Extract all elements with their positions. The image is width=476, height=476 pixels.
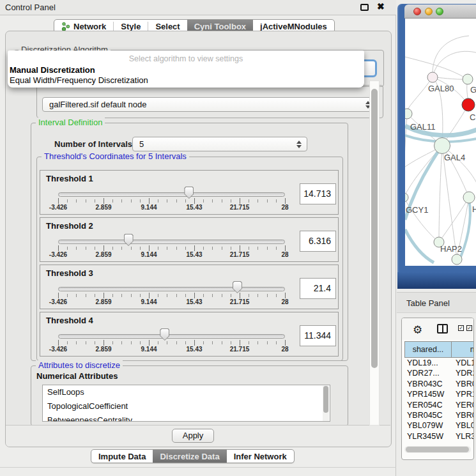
attribute-list-item[interactable]: TopologicalCoefficient	[43, 399, 330, 413]
major-tick	[58, 293, 59, 298]
table-data-combobox[interactable]: galFiltered.sif default node	[42, 97, 376, 112]
table-row[interactable]: YER054CYER054C	[404, 400, 474, 410]
cell-name[interactable]: YBR045C	[452, 410, 474, 420]
threshold-1-value-field[interactable]: 14.713	[300, 183, 336, 204]
table-row[interactable]: YBR043CYBR043C	[404, 379, 474, 389]
network-canvas[interactable]: GAL80 GA C GAL11 GAL4 GCY1 H HAP2	[405, 19, 476, 266]
tick-label: -3.426	[39, 346, 77, 353]
attribute-list-item[interactable]: SelfLoops	[43, 385, 330, 399]
cell-name[interactable]: YBR043C	[452, 379, 474, 389]
table-row[interactable]: YIL052CYIL052C	[404, 441, 474, 443]
attribute-list-item[interactable]: BetweennessCentrality	[43, 413, 330, 422]
algorithm-option-equal-width[interactable]: Equal Width/Frequency Discretization	[10, 75, 148, 85]
close-traffic-light-icon[interactable]	[413, 8, 421, 15]
cell-shared-name[interactable]: YIL052C	[404, 441, 452, 443]
node-gal11[interactable]	[405, 109, 412, 119]
node-h[interactable]	[463, 192, 475, 203]
threshold-2-slider-track[interactable]	[58, 240, 285, 244]
cell-name[interactable]: YER054C	[452, 400, 474, 410]
cell-shared-name[interactable]: YBR045C	[404, 410, 452, 420]
threshold-1-slider-track[interactable]	[58, 192, 285, 197]
threshold-4-slider-thumb[interactable]	[160, 328, 169, 341]
attributes-group: Attributes to discretize Numerical Attri…	[31, 365, 348, 426]
checkbox-icon[interactable]: ✓	[466, 325, 472, 331]
network-nodes[interactable]	[405, 72, 475, 265]
network-window-titlebar[interactable]	[404, 4, 476, 19]
zoom-traffic-light-icon[interactable]	[436, 8, 443, 15]
cell-shared-name[interactable]: YLR345W	[404, 431, 452, 441]
threshold-3-slider-track[interactable]	[58, 287, 285, 291]
major-tick	[58, 340, 59, 346]
checkbox-icon[interactable]: ✓	[458, 325, 464, 331]
cell-name[interactable]: YBL079W	[452, 420, 474, 431]
cell-shared-name[interactable]: YDR27...	[404, 368, 452, 378]
panel-scrollbar-thumb[interactable]	[371, 89, 378, 368]
tab-discretize-data[interactable]: Discretize Data	[153, 450, 226, 463]
tick-label: 2.859	[84, 204, 123, 211]
tick-label: 21.715	[220, 204, 259, 211]
threshold-4-slider-track[interactable]	[58, 334, 285, 339]
major-tick	[149, 245, 150, 251]
table-row[interactable]: YBR045CYBR045C	[404, 410, 474, 420]
columns-icon[interactable]	[437, 324, 448, 334]
number-of-intervals-combobox[interactable]: 5	[132, 137, 307, 151]
thresholds-group-title: Threshold's Coordinates for 5 Intervals	[42, 151, 189, 161]
gear-icon[interactable]: ⚙	[413, 323, 422, 337]
attributes-list-scrollbar[interactable]	[323, 386, 329, 422]
apply-button[interactable]: Apply	[172, 429, 214, 443]
node-red-selected[interactable]	[462, 98, 475, 111]
cell-shared-name[interactable]: YER054C	[404, 400, 452, 410]
cell-name[interactable]: YIL052C	[452, 441, 474, 443]
major-tick	[285, 245, 286, 251]
table-row[interactable]: YLR345WYLR345W	[404, 431, 474, 441]
network-view-window[interactable]: GAL80 GA C GAL11 GAL4 GCY1 H HAP2	[397, 4, 476, 289]
tab-impute-data[interactable]: Impute Data	[91, 450, 153, 463]
panel-scrollbar[interactable]	[369, 81, 380, 426]
threshold-1-slider-thumb[interactable]	[184, 187, 194, 199]
threshold-2-box: Threshold 2 -3.4262.8599.14415.4321.7152…	[40, 217, 339, 262]
column-header-shared-name[interactable]: shared...	[404, 341, 452, 358]
threshold-2-value-field[interactable]: 6.316	[300, 231, 336, 252]
threshold-4-value-field[interactable]: 11.344	[300, 325, 336, 346]
table-row[interactable]: YPR145WYPR145W	[404, 389, 474, 399]
node-gal80[interactable]	[427, 72, 438, 82]
threshold-1-box: Threshold 1 -3.4262.8599.14415.4321.7152…	[40, 170, 339, 215]
label-gal4: GAL4	[444, 153, 465, 162]
table-hscrollbar-thumb[interactable]	[406, 447, 469, 452]
cell-name[interactable]: YDR27	[452, 368, 474, 378]
threshold-3-label: Threshold 3	[46, 268, 93, 278]
cell-shared-name[interactable]: YDL19...	[404, 358, 452, 368]
table-row[interactable]: YBL079WYBL079W	[404, 420, 474, 431]
node-right-top[interactable]	[463, 74, 473, 84]
column-header-name[interactable]: name	[452, 341, 474, 358]
scrollbar-thumb[interactable]	[323, 386, 328, 413]
major-tick	[194, 245, 195, 251]
table-row[interactable]: YDL19...YDL19	[404, 358, 474, 368]
algorithm-option-manual[interactable]: Manual Discretization	[10, 65, 95, 75]
node-gcy1[interactable]	[405, 193, 408, 202]
numerical-attributes-list[interactable]: SelfLoopsTopologicalCoefficientBetweenne…	[42, 385, 330, 422]
tab-infer-network[interactable]: Infer Network	[227, 450, 294, 463]
threshold-3-value-field[interactable]: 21.4	[300, 278, 336, 299]
apply-strip: Apply	[6, 425, 390, 447]
minimize-traffic-light-icon[interactable]	[425, 8, 433, 15]
float-window-icon[interactable]	[360, 4, 369, 11]
table-row[interactable]: YDR27...YDR27	[404, 368, 474, 378]
cell-shared-name[interactable]: YBL079W	[404, 420, 452, 431]
threshold-3-slider-thumb[interactable]	[233, 281, 242, 293]
threshold-2-slider-thumb[interactable]	[124, 234, 134, 246]
table-hscrollbar[interactable]	[404, 446, 471, 453]
node-bottom[interactable]	[452, 254, 462, 265]
cell-shared-name[interactable]: YBR043C	[404, 379, 452, 389]
cell-shared-name[interactable]: YPR145W	[404, 389, 452, 399]
tick-label: 9.144	[130, 346, 168, 353]
close-icon[interactable]: ✖	[377, 1, 385, 12]
cell-name[interactable]: YDL19	[452, 358, 474, 368]
bottom-tab-bar: Impute Data Discretize Data Infer Networ…	[91, 449, 295, 463]
node-gal4[interactable]	[434, 138, 450, 154]
tick-label: -3.426	[39, 298, 77, 305]
table-panel-title: Table Panel	[406, 298, 450, 308]
combo-stepper-icon	[296, 140, 302, 149]
cell-name[interactable]: YLR345W	[452, 431, 474, 441]
cell-name[interactable]: YPR145W	[452, 389, 474, 399]
